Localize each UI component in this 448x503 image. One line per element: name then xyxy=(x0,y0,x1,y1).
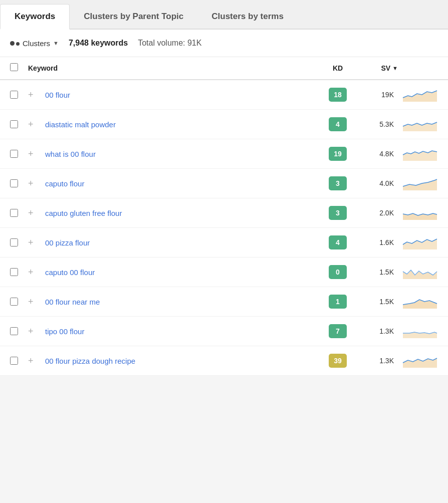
cluster-icon xyxy=(10,41,20,46)
table-body: + 00 flour 18 19K + diastatic malt powde… xyxy=(0,80,448,376)
row-checkbox-col[interactable] xyxy=(10,298,28,306)
keyword-text[interactable]: 00 flour pizza dough recipe xyxy=(45,357,318,365)
kd-col: 7 xyxy=(318,324,358,338)
row-checkbox-col[interactable] xyxy=(10,268,28,276)
table-row: + 00 flour 18 19K xyxy=(0,80,448,110)
sparkline-chart xyxy=(402,116,438,132)
sparkline-chart xyxy=(402,205,438,221)
row-checkbox-col[interactable] xyxy=(10,150,28,158)
add-keyword-button[interactable]: + xyxy=(28,208,42,218)
keyword-text[interactable]: diastatic malt powder xyxy=(45,120,318,129)
row-checkbox-col[interactable] xyxy=(10,327,28,335)
sparkline-col xyxy=(398,175,438,191)
kd-col: 0 xyxy=(318,265,358,279)
clusters-button[interactable]: Clusters ▼ xyxy=(10,39,59,48)
keyword-text[interactable]: caputo 00 flour xyxy=(45,268,318,277)
add-keyword-button[interactable]: + xyxy=(28,356,42,366)
table-row: + caputo 00 flour 0 1.5K xyxy=(0,258,448,287)
add-keyword-button[interactable]: + xyxy=(28,149,42,159)
row-checkbox-col[interactable] xyxy=(10,179,28,187)
sv-col: 1.3K xyxy=(358,357,398,365)
sparkline-col xyxy=(398,264,438,280)
sparkline-chart xyxy=(402,146,438,162)
add-keyword-button[interactable]: + xyxy=(28,119,42,130)
keyword-text[interactable]: 00 flour xyxy=(45,91,318,99)
add-keyword-button[interactable]: + xyxy=(28,297,42,307)
col-header-sv[interactable]: SV ▼ xyxy=(358,64,398,72)
row-checkbox[interactable] xyxy=(10,91,18,99)
sparkline-col xyxy=(398,205,438,221)
sort-arrow-icon: ▼ xyxy=(392,65,398,71)
kd-col: 4 xyxy=(318,117,358,131)
row-checkbox[interactable] xyxy=(10,327,18,335)
keyword-text[interactable]: 00 flour near me xyxy=(45,298,318,306)
kd-col: 1 xyxy=(318,295,358,309)
sv-col: 4.0K xyxy=(358,179,398,187)
table-row: + diastatic malt powder 4 5.3K xyxy=(0,110,448,139)
kd-badge: 18 xyxy=(329,88,347,102)
row-checkbox[interactable] xyxy=(10,357,18,365)
row-checkbox-col[interactable] xyxy=(10,120,28,128)
table-row: + caputo gluten free flour 3 2.0K xyxy=(0,198,448,228)
keyword-text[interactable]: what is 00 flour xyxy=(45,150,318,158)
sparkline-col xyxy=(398,234,438,250)
row-checkbox-col[interactable] xyxy=(10,209,28,217)
table-row: + 00 flour pizza dough recipe 39 1.3K xyxy=(0,346,448,376)
summary-bar: Clusters ▼ 7,948 keywords Total volume: … xyxy=(0,30,448,57)
keyword-text[interactable]: caputo flour xyxy=(45,179,318,188)
sparkline-col xyxy=(398,87,438,103)
content-area: Clusters ▼ 7,948 keywords Total volume: … xyxy=(0,30,448,376)
tab-clusters-terms[interactable]: Clusters by terms xyxy=(197,4,298,29)
kd-badge: 3 xyxy=(329,176,347,190)
kd-badge: 7 xyxy=(329,324,347,338)
kd-col: 18 xyxy=(318,88,358,102)
row-checkbox[interactable] xyxy=(10,150,18,158)
tab-keywords[interactable]: Keywords xyxy=(0,4,70,30)
row-checkbox[interactable] xyxy=(10,209,18,217)
row-checkbox-col[interactable] xyxy=(10,357,28,365)
sv-col: 1.5K xyxy=(358,268,398,276)
table-row: + caputo flour 3 4.0K xyxy=(0,169,448,198)
sparkline-col xyxy=(398,294,438,310)
table-header: Keyword KD SV ▼ xyxy=(0,57,448,80)
row-checkbox[interactable] xyxy=(10,120,18,128)
sparkline-col xyxy=(398,116,438,132)
sparkline-col xyxy=(398,353,438,369)
kd-col: 3 xyxy=(318,176,358,190)
keyword-text[interactable]: 00 pizza flour xyxy=(45,238,318,247)
add-keyword-button[interactable]: + xyxy=(28,237,42,248)
sparkline-chart xyxy=(402,264,438,280)
kd-badge: 3 xyxy=(329,206,347,220)
add-keyword-button[interactable]: + xyxy=(28,90,42,100)
table-row: + what is 00 flour 19 4.8K xyxy=(0,139,448,169)
keywords-count: 7,948 keywords xyxy=(69,39,128,48)
header-checkbox-col[interactable] xyxy=(10,63,28,73)
sparkline-chart xyxy=(402,175,438,191)
select-all-checkbox[interactable] xyxy=(10,63,18,71)
add-keyword-button[interactable]: + xyxy=(28,326,42,337)
sparkline-chart xyxy=(402,234,438,250)
add-keyword-button[interactable]: + xyxy=(28,267,42,278)
total-volume: Total volume: 91K xyxy=(138,39,201,48)
row-checkbox-col[interactable] xyxy=(10,91,28,99)
keyword-text[interactable]: tipo 00 flour xyxy=(45,327,318,336)
row-checkbox[interactable] xyxy=(10,179,18,187)
sv-col: 1.6K xyxy=(358,238,398,246)
row-checkbox-col[interactable] xyxy=(10,238,28,246)
sparkline-col xyxy=(398,146,438,162)
tab-clusters-parent[interactable]: Clusters by Parent Topic xyxy=(70,4,197,29)
kd-badge: 4 xyxy=(329,117,347,131)
kd-col: 19 xyxy=(318,147,358,161)
kd-badge: 19 xyxy=(329,147,347,161)
table-row: + 00 flour near me 1 1.5K xyxy=(0,287,448,317)
row-checkbox[interactable] xyxy=(10,238,18,246)
dot-large xyxy=(10,41,15,46)
row-checkbox[interactable] xyxy=(10,298,18,306)
table-row: + 00 pizza flour 4 1.6K xyxy=(0,228,448,258)
tabs-bar: Keywords Clusters by Parent Topic Cluste… xyxy=(0,0,448,30)
row-checkbox[interactable] xyxy=(10,268,18,276)
keyword-text[interactable]: caputo gluten free flour xyxy=(45,209,318,217)
sv-col: 19K xyxy=(358,91,398,99)
add-keyword-button[interactable]: + xyxy=(28,178,42,189)
dot-small xyxy=(16,42,20,46)
